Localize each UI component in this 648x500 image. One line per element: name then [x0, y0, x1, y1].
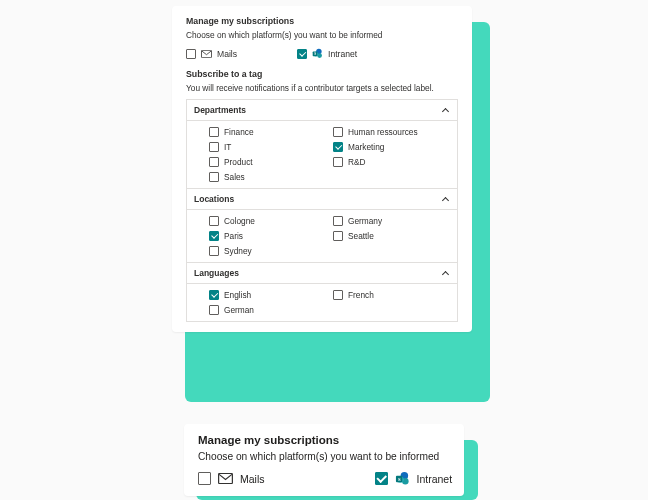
panel-subtitle: Choose on which platform(s) you want to … — [186, 30, 458, 40]
tag-label: Germany — [348, 216, 382, 226]
intranet-label: Intranet — [417, 473, 453, 485]
tag-checkbox[interactable] — [209, 231, 219, 241]
intranet-checkbox[interactable] — [375, 472, 388, 485]
platform-intranet[interactable]: S Intranet — [297, 48, 357, 59]
platform-intranet[interactable]: S Intranet — [375, 471, 453, 486]
tag-option[interactable]: Sales — [209, 172, 323, 182]
tag-checkbox[interactable] — [209, 127, 219, 137]
mails-checkbox[interactable] — [186, 49, 196, 59]
platform-row: Mails S Intranet — [186, 48, 458, 59]
intranet-label: Intranet — [328, 49, 357, 59]
tag-label: Product — [224, 157, 253, 167]
subscriptions-panel-zoom: Manage my subscriptions Choose on which … — [184, 424, 464, 496]
tag-label: German — [224, 305, 254, 315]
tag-option[interactable]: German — [209, 305, 323, 315]
section-body-languages: EnglishFrenchGerman — [186, 283, 458, 322]
chevron-up-icon — [442, 106, 450, 114]
sharepoint-icon: S — [312, 48, 323, 59]
tag-checkbox[interactable] — [209, 172, 219, 182]
tag-label: Seattle — [348, 231, 374, 241]
subscribe-title: Subscribe to a tag — [186, 69, 458, 79]
section-header-label: Locations — [194, 194, 234, 204]
subscriptions-panel: Manage my subscriptions Choose on which … — [172, 6, 472, 332]
tag-checkbox[interactable] — [209, 157, 219, 167]
mails-label: Mails — [240, 473, 265, 485]
tag-option[interactable]: Paris — [209, 231, 323, 241]
tag-option[interactable]: IT — [209, 142, 323, 152]
mail-icon — [218, 473, 233, 484]
section-head-departments[interactable]: Departments — [186, 99, 458, 120]
tag-checkbox[interactable] — [209, 290, 219, 300]
section-body-locations: CologneGermanyParisSeattleSydney — [186, 209, 458, 263]
tag-option[interactable]: French — [333, 290, 447, 300]
tag-checkbox[interactable] — [209, 246, 219, 256]
tag-checkbox[interactable] — [209, 216, 219, 226]
tag-checkbox[interactable] — [333, 231, 343, 241]
tag-option[interactable]: Sydney — [209, 246, 323, 256]
svg-text:S: S — [397, 477, 400, 482]
mails-label: Mails — [217, 49, 237, 59]
tag-checkbox[interactable] — [333, 157, 343, 167]
platform-row: Mails S Intranet — [198, 471, 450, 486]
svg-text:S: S — [314, 52, 316, 56]
panel-title: Manage my subscriptions — [198, 434, 450, 446]
tag-option[interactable]: Seattle — [333, 231, 447, 241]
intranet-checkbox[interactable] — [297, 49, 307, 59]
tag-label: English — [224, 290, 251, 300]
section-head-locations[interactable]: Locations — [186, 188, 458, 209]
chevron-up-icon — [442, 269, 450, 277]
tag-label: Paris — [224, 231, 243, 241]
section-header-label: Departments — [194, 105, 246, 115]
mail-icon — [201, 50, 212, 58]
tag-label: Sydney — [224, 246, 252, 256]
section-head-languages[interactable]: Languages — [186, 262, 458, 283]
tag-checkbox[interactable] — [333, 290, 343, 300]
tag-checkbox[interactable] — [209, 142, 219, 152]
tag-option[interactable]: Product — [209, 157, 323, 167]
tag-label: Human ressources — [348, 127, 418, 137]
panel-subtitle: Choose on which platform(s) you want to … — [198, 451, 450, 462]
tag-checkbox[interactable] — [333, 216, 343, 226]
subscribe-subtitle: You will receive notifications if a cont… — [186, 83, 458, 93]
tag-option[interactable]: Finance — [209, 127, 323, 137]
platform-mails[interactable]: Mails — [198, 472, 265, 485]
tag-option[interactable]: Germany — [333, 216, 447, 226]
tag-label: French — [348, 290, 374, 300]
tag-label: Finance — [224, 127, 254, 137]
tag-checkbox[interactable] — [209, 305, 219, 315]
tag-checkbox[interactable] — [333, 127, 343, 137]
tag-label: IT — [224, 142, 231, 152]
tag-label: R&D — [348, 157, 366, 167]
tag-option[interactable]: Marketing — [333, 142, 447, 152]
tag-option[interactable]: R&D — [333, 157, 447, 167]
panel-title: Manage my subscriptions — [186, 16, 458, 26]
tag-label: Marketing — [348, 142, 384, 152]
tag-option[interactable]: English — [209, 290, 323, 300]
platform-mails[interactable]: Mails — [186, 49, 237, 59]
tag-label: Sales — [224, 172, 245, 182]
section-body-departments: FinanceHuman ressourcesITMarketingProduc… — [186, 120, 458, 189]
chevron-up-icon — [442, 195, 450, 203]
tag-option[interactable]: Human ressources — [333, 127, 447, 137]
tag-label: Cologne — [224, 216, 255, 226]
sharepoint-icon: S — [395, 471, 410, 486]
mails-checkbox[interactable] — [198, 472, 211, 485]
tag-option[interactable]: Cologne — [209, 216, 323, 226]
section-header-label: Languages — [194, 268, 239, 278]
tag-checkbox[interactable] — [333, 142, 343, 152]
